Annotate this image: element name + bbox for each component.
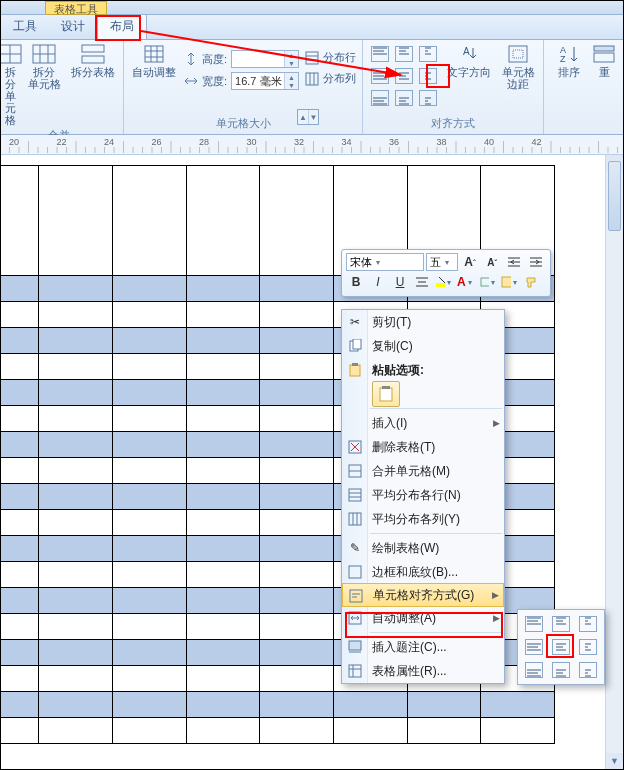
table-cell[interactable]	[39, 166, 113, 276]
table-cell[interactable]	[186, 166, 260, 276]
table-cell[interactable]	[39, 692, 113, 718]
table-cell[interactable]	[112, 640, 186, 666]
align-center-button[interactable]	[412, 273, 432, 291]
table-row[interactable]	[1, 718, 555, 744]
table-cell[interactable]	[260, 562, 334, 588]
table-cell[interactable]	[112, 484, 186, 510]
spin-up[interactable]: ▲	[285, 51, 298, 59]
bold-button[interactable]: B	[346, 273, 366, 291]
align-top-right[interactable]	[417, 44, 439, 64]
sub-align-middle-right[interactable]	[575, 636, 601, 658]
ctx-autofit[interactable]: 自动调整(A)▶	[342, 606, 504, 630]
align-middle-center[interactable]	[393, 66, 415, 86]
table-cell[interactable]	[112, 536, 186, 562]
table-cell[interactable]	[260, 614, 334, 640]
table-cell[interactable]	[1, 614, 39, 640]
table-cell[interactable]	[260, 510, 334, 536]
table-cell[interactable]	[260, 302, 334, 328]
table-cell[interactable]	[39, 666, 113, 692]
ctx-insert[interactable]: 插入(I)▶	[342, 411, 504, 435]
table-cell[interactable]	[260, 536, 334, 562]
width-input[interactable]: 16.7 毫米 ▲▼	[231, 72, 299, 90]
table-cell[interactable]	[186, 432, 260, 458]
table-cell[interactable]	[407, 718, 481, 744]
table-cell[interactable]	[481, 718, 555, 744]
table-cell[interactable]	[260, 640, 334, 666]
table-cell[interactable]	[1, 666, 39, 692]
table-cell[interactable]	[112, 276, 186, 302]
ctx-borders-shading[interactable]: 边框和底纹(B)...	[342, 560, 504, 584]
table-cell[interactable]	[112, 380, 186, 406]
align-bottom-right[interactable]	[417, 88, 439, 108]
table-cell[interactable]	[186, 510, 260, 536]
table-cell[interactable]	[260, 718, 334, 744]
paste-keep-source-button[interactable]	[372, 381, 400, 407]
table-cell[interactable]	[1, 354, 39, 380]
font-size-combo[interactable]: 五	[426, 253, 458, 271]
autofit-button[interactable]: 自动调整	[130, 44, 178, 78]
split-cells-button[interactable]: 拆分 单元格	[25, 44, 63, 90]
grow-font-button[interactable]: Aˆ	[460, 253, 480, 271]
table-cell[interactable]	[112, 406, 186, 432]
table-cell[interactable]	[186, 562, 260, 588]
table-cell[interactable]	[260, 328, 334, 354]
table-cell[interactable]	[39, 588, 113, 614]
table-cell[interactable]	[112, 302, 186, 328]
table-cell[interactable]	[186, 666, 260, 692]
table-cell[interactable]	[1, 302, 39, 328]
sub-align-bottom-left[interactable]	[521, 659, 547, 681]
spin-up[interactable]: ▲	[285, 73, 298, 81]
ctx-distribute-cols[interactable]: 平均分布各列(Y)	[342, 507, 504, 531]
align-bottom-left[interactable]	[369, 88, 391, 108]
table-cell[interactable]	[260, 166, 334, 276]
table-cell[interactable]	[186, 614, 260, 640]
height-input[interactable]: ▲▼	[231, 50, 299, 68]
table-cell[interactable]	[39, 484, 113, 510]
table-cell[interactable]	[1, 510, 39, 536]
text-direction-button[interactable]: A 文字方向	[445, 44, 493, 78]
align-middle-left[interactable]	[369, 66, 391, 86]
tab-layout[interactable]: 布局	[97, 13, 147, 39]
insert-button[interactable]	[478, 273, 498, 291]
table-cell[interactable]	[186, 458, 260, 484]
table-cell[interactable]	[186, 692, 260, 718]
table-cell[interactable]	[186, 328, 260, 354]
table-cell[interactable]	[407, 692, 481, 718]
ctx-copy[interactable]: 复制(C)	[342, 334, 504, 358]
table-cell[interactable]	[186, 380, 260, 406]
sub-align-top-center[interactable]	[548, 613, 574, 635]
table-cell[interactable]	[112, 666, 186, 692]
sub-align-bottom-right[interactable]	[575, 659, 601, 681]
tab-tools[interactable]: 工具	[1, 14, 49, 39]
table-cell[interactable]	[1, 328, 39, 354]
table-cell[interactable]	[39, 328, 113, 354]
table-cell[interactable]	[260, 458, 334, 484]
table-cell[interactable]	[260, 484, 334, 510]
table-cell[interactable]	[1, 588, 39, 614]
table-cell[interactable]	[112, 692, 186, 718]
table-cell[interactable]	[112, 354, 186, 380]
split-table-button[interactable]: 拆分表格	[69, 44, 117, 78]
table-cell[interactable]	[39, 718, 113, 744]
spin-down[interactable]: ▼	[285, 81, 298, 89]
table-cell[interactable]	[112, 614, 186, 640]
table-cell[interactable]	[39, 536, 113, 562]
sub-align-middle-center[interactable]	[548, 636, 574, 658]
vertical-scrollbar[interactable]: ▲ ▼	[605, 155, 623, 769]
sub-align-top-right[interactable]	[575, 613, 601, 635]
table-cell[interactable]	[39, 640, 113, 666]
table-cell[interactable]	[186, 588, 260, 614]
table-cell[interactable]	[1, 692, 39, 718]
table-cell[interactable]	[112, 718, 186, 744]
table-cell[interactable]	[39, 406, 113, 432]
ctx-cell-alignment[interactable]: 单元格对齐方式(G)▶	[342, 583, 504, 607]
table-cell[interactable]	[1, 562, 39, 588]
table-cell[interactable]	[333, 692, 407, 718]
indent-right-button[interactable]	[526, 253, 546, 271]
table-cell[interactable]	[1, 484, 39, 510]
table-cell[interactable]	[39, 562, 113, 588]
table-cell[interactable]	[112, 328, 186, 354]
table-cell[interactable]	[186, 536, 260, 562]
table-cell[interactable]	[186, 406, 260, 432]
table-cell[interactable]	[1, 536, 39, 562]
